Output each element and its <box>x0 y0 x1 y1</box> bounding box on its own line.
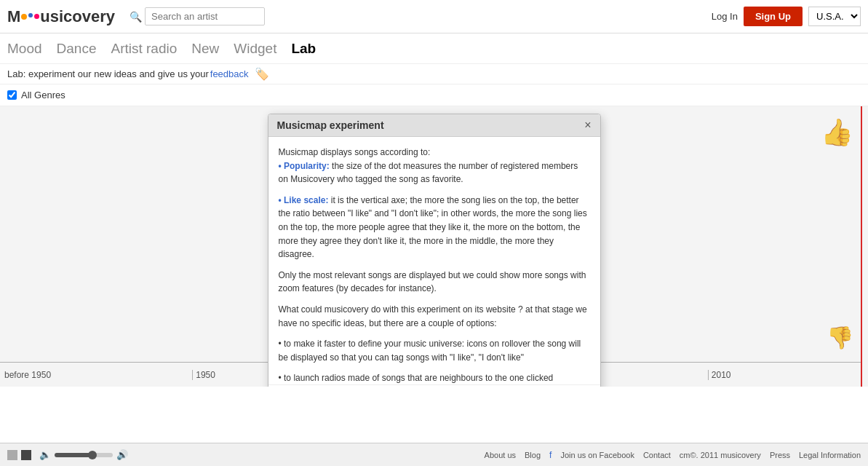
dot-orange-icon <box>21 14 27 20</box>
nav-widget[interactable]: Widget <box>234 41 276 57</box>
signup-button[interactable]: Sign Up <box>744 7 803 26</box>
footer-square-grey <box>7 450 17 460</box>
search-area: 🔍 <box>130 7 265 25</box>
volume-slider-thumb <box>88 451 97 459</box>
search-icon: 🔍 <box>130 11 142 23</box>
nav-artist-radio[interactable]: Artist radio <box>111 41 177 57</box>
search-input[interactable] <box>145 7 265 25</box>
blog-link[interactable]: Blog <box>525 451 541 459</box>
about-link[interactable]: About us <box>485 451 516 459</box>
modal-para2: What could musicovery do with this exper… <box>279 303 590 330</box>
facebook-link[interactable]: Join us on Facebook <box>560 451 634 459</box>
footer: 🔈 🔊 About us Blog f Join us on Facebook … <box>0 443 868 466</box>
contact-link[interactable]: Contact <box>643 451 671 459</box>
volume-slider[interactable] <box>55 453 113 457</box>
main-content-area: 👍 👎 before 1950 1950 1 990 2000 2010 Mus… <box>0 106 868 387</box>
nav-dance[interactable]: Dance <box>57 41 97 57</box>
logo-text: M <box>7 7 20 26</box>
modal-header: Musicmap experiment × <box>268 114 600 137</box>
legal-link[interactable]: Legal Information <box>799 451 861 459</box>
header-right: Log In Sign Up U.S.A. <box>712 7 861 26</box>
facebook-icon: f <box>549 450 552 460</box>
login-button[interactable]: Log In <box>712 11 738 22</box>
nav-mood[interactable]: Mood <box>7 41 42 57</box>
modal-close-button[interactable]: × <box>584 119 591 131</box>
all-genres-label: All Genres <box>21 90 65 100</box>
nav-new[interactable]: New <box>191 41 219 57</box>
lab-icon: 🏷️ <box>255 67 269 81</box>
logo: M usicovery <box>7 7 115 26</box>
nav-lab[interactable]: Lab <box>291 41 316 57</box>
feedback-link[interactable]: feedback <box>210 68 249 79</box>
dot-blue-icon <box>28 13 33 17</box>
modal-intro: Musicmap displays songs according to: <box>279 146 590 159</box>
footer-square-dark <box>21 450 31 460</box>
volume-low-icon: 🔈 <box>39 449 51 460</box>
volume-high-icon: 🔊 <box>116 449 128 460</box>
bullet2-label: • Like scale: <box>279 195 329 205</box>
footer-right: About us Blog f Join us on Facebook Cont… <box>485 450 861 460</box>
dot-pink-icon <box>34 14 39 19</box>
lab-bar-text: Lab: experiment our new ideas and give u… <box>7 68 209 79</box>
footer-left: 🔈 🔊 <box>7 449 128 460</box>
modal-dialog: Musicmap experiment × Musicmap displays … <box>268 114 601 387</box>
modal-para1: Only the most relevant songs are display… <box>279 269 590 296</box>
logo-rest: usicovery <box>40 7 115 26</box>
modal-body: Musicmap displays songs according to: • … <box>268 137 600 384</box>
genre-bar: All Genres <box>0 84 868 106</box>
press-link[interactable]: Press <box>770 451 790 459</box>
modal-bullet2: • Like scale: it is the vertical axe; th… <box>279 194 590 261</box>
modal-bullet1: • Popularity: the size of the dot measur… <box>279 159 590 186</box>
modal-overlay: Musicmap experiment × Musicmap displays … <box>0 106 868 387</box>
modal-title: Musicmap experiment <box>277 119 384 131</box>
country-selector[interactable]: U.S.A. <box>808 7 861 26</box>
bullet1-label: • Popularity: <box>279 161 330 171</box>
lab-bar: Lab: experiment our new ideas and give u… <box>0 64 868 84</box>
all-genres-checkbox[interactable] <box>7 90 17 100</box>
copyright-text: cm©. 2011 musicovery <box>680 451 761 459</box>
modal-bullet4: • to launch radios made of songs that ar… <box>279 371 590 384</box>
modal-footer: I want to try it <box>268 384 600 387</box>
modal-bullet3: • to make it faster to define your music… <box>279 337 590 364</box>
nav: Mood Dance Artist radio New Widget Lab <box>0 33 868 64</box>
header: M usicovery 🔍 Log In Sign Up U.S.A. <box>0 0 868 33</box>
